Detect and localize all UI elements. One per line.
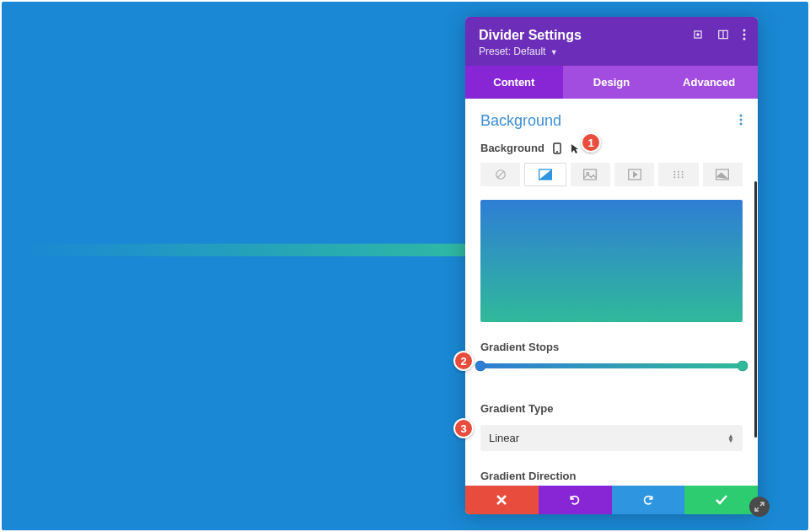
svg-point-8	[740, 118, 743, 121]
kebab-menu-icon[interactable]	[743, 29, 746, 40]
svg-point-7	[740, 114, 743, 116]
background-field-label: Background	[480, 142, 544, 154]
background-type-tabs	[480, 163, 743, 186]
svg-point-24	[673, 174, 675, 175]
divider-module-preview[interactable]	[20, 244, 465, 256]
svg-point-25	[678, 174, 679, 175]
svg-point-22	[678, 171, 679, 173]
chevron-down-icon: ▼	[550, 48, 558, 56]
undo-button[interactable]	[539, 486, 612, 514]
svg-point-29	[682, 176, 684, 178]
gradient-stops-label: Gradient Stops	[480, 341, 743, 353]
svg-point-5	[743, 34, 746, 36]
phone-icon[interactable]	[553, 142, 561, 154]
fullscreen-icon[interactable]	[692, 29, 704, 40]
expand-fab[interactable]	[749, 497, 770, 517]
svg-point-23	[682, 171, 684, 173]
hover-cursor-icon[interactable]	[570, 142, 580, 154]
svg-line-16	[497, 171, 504, 178]
settings-panel: Divider Settings Preset: Default ▼ Conte…	[465, 17, 758, 514]
gradient-direction-label: Gradient Direction	[480, 470, 743, 482]
svg-point-9	[740, 122, 743, 125]
gradient-type-select[interactable]: Linear ▲▼	[480, 425, 743, 451]
bg-type-mask[interactable]	[703, 163, 743, 186]
svg-point-27	[673, 176, 675, 178]
redo-button[interactable]	[612, 486, 685, 514]
bg-type-video[interactable]	[614, 163, 654, 186]
svg-point-28	[678, 176, 679, 178]
svg-point-4	[743, 30, 746, 32]
cancel-button[interactable]	[465, 486, 539, 514]
gradient-stops-track[interactable]	[480, 363, 743, 368]
preset-selector[interactable]: Preset: Default ▼	[479, 46, 744, 57]
gradient-preview	[480, 200, 743, 322]
bg-type-gradient[interactable]	[524, 163, 566, 186]
svg-point-6	[743, 38, 746, 40]
tab-advanced[interactable]: Advanced	[660, 66, 758, 99]
select-chevrons-icon: ▲▼	[727, 434, 734, 443]
gradient-type-label: Gradient Type	[480, 402, 743, 415]
svg-point-21	[673, 171, 675, 173]
page-canvas: Divider Settings Preset: Default ▼ Conte…	[2, 2, 808, 530]
panel-tabs: Content Design Advanced	[465, 66, 758, 99]
gradient-stop-end[interactable]	[738, 361, 748, 372]
gradient-type-value: Linear	[489, 432, 519, 444]
scrollbar-thumb[interactable]	[754, 181, 757, 438]
svg-point-26	[682, 174, 684, 175]
annotation-2: 2	[453, 351, 474, 371]
section-kebab-icon[interactable]	[739, 114, 743, 129]
annotation-3: 3	[453, 418, 474, 438]
bg-type-color[interactable]	[480, 163, 520, 186]
panel-body[interactable]: Background Background	[465, 99, 758, 486]
bg-type-image[interactable]	[571, 163, 610, 186]
preset-label: Preset:	[479, 46, 511, 57]
tab-content[interactable]: Content	[465, 66, 563, 99]
snap-icon[interactable]	[717, 29, 729, 40]
tab-design[interactable]: Design	[563, 66, 661, 99]
panel-header: Divider Settings Preset: Default ▼	[465, 17, 758, 66]
svg-point-1	[697, 34, 699, 35]
gradient-stop-start[interactable]	[475, 361, 486, 372]
svg-rect-18	[584, 169, 597, 180]
section-title: Background	[480, 112, 561, 130]
annotation-1: 1	[581, 132, 601, 153]
panel-footer	[465, 486, 758, 514]
bg-type-pattern[interactable]	[658, 163, 698, 186]
preset-value: Default	[513, 46, 545, 57]
save-button[interactable]	[684, 486, 758, 514]
